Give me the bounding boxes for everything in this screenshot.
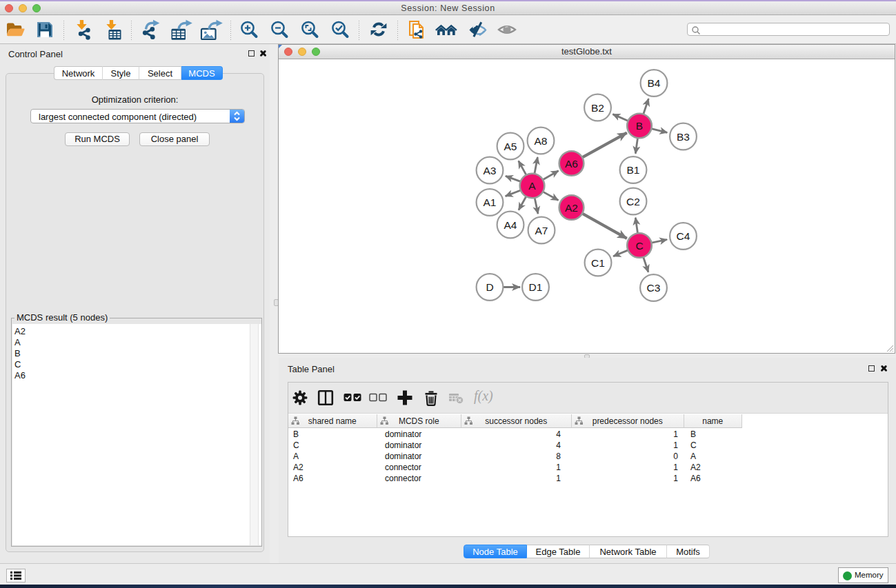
- svg-text:A: A: [528, 180, 536, 192]
- svg-text:D: D: [486, 281, 493, 293]
- svg-text:B1: B1: [627, 164, 640, 176]
- svg-text:A7: A7: [535, 225, 548, 236]
- svg-text:B2: B2: [591, 102, 604, 114]
- svg-text:C1: C1: [591, 257, 605, 269]
- svg-text:A5: A5: [504, 141, 517, 152]
- svg-text:A3: A3: [484, 165, 497, 176]
- svg-text:B4: B4: [648, 77, 661, 89]
- svg-text:D1: D1: [529, 281, 543, 293]
- svg-text:A6: A6: [565, 158, 578, 170]
- svg-text:B: B: [636, 120, 643, 132]
- svg-text:A2: A2: [565, 202, 578, 214]
- svg-text:C2: C2: [626, 196, 640, 207]
- svg-text:C4: C4: [677, 230, 690, 242]
- svg-text:A4: A4: [504, 219, 517, 231]
- svg-text:C: C: [635, 240, 643, 252]
- svg-text:B3: B3: [677, 131, 690, 143]
- svg-text:A1: A1: [484, 196, 497, 208]
- svg-text:C3: C3: [647, 282, 661, 294]
- svg-text:A8: A8: [535, 135, 548, 147]
